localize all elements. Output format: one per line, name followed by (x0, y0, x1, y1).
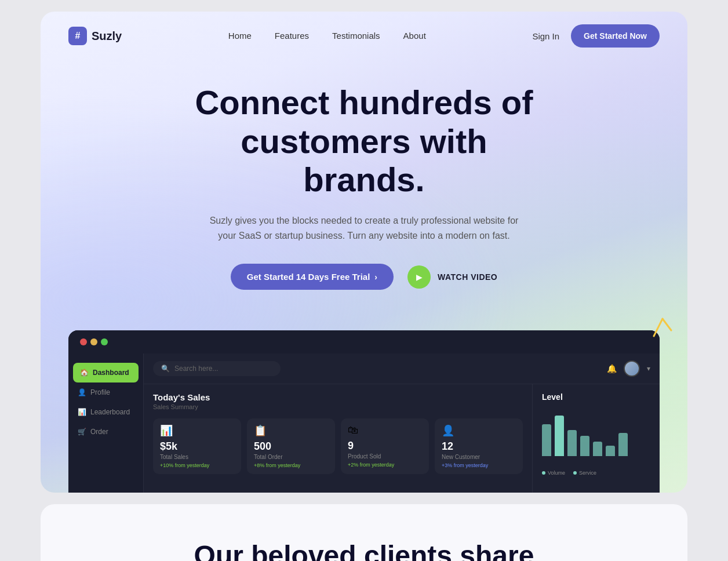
legend-dot-volume (542, 471, 545, 475)
stat-card-orders: 📋 500 Total Order +8% from yesterday (247, 418, 335, 474)
stat-icon-customers: 👤 (442, 424, 516, 437)
leaderboard-icon: 📊 (78, 408, 86, 416)
stat-value-customers: 12 (442, 440, 516, 453)
nav-actions: Sign In Get Started Now (532, 24, 660, 48)
nav-about[interactable]: About (403, 31, 426, 41)
dashboard-body: 🏠 Dashboard 👤 Profile 📊 Leaderboard 🛒 Or… (68, 354, 660, 493)
stat-change-customers: +3% from yesterday (442, 462, 516, 468)
arrow-icon: › (374, 272, 377, 282)
dash-main: 🔍 Search here... 🔔 ▾ Today's Sales (144, 354, 660, 493)
sidebar-item-profile[interactable]: 👤 Profile (68, 382, 143, 402)
legend-volume: Volume (542, 470, 565, 476)
sidebar-item-order[interactable]: 🛒 Order (68, 422, 143, 442)
stat-label-customers: New Customer (442, 454, 516, 460)
bottom-section: Our beloved clients share their awesome … (41, 504, 687, 561)
legend-service: Service (573, 470, 596, 476)
stat-label-orders: Total Order (254, 454, 328, 460)
hero-subtitle: Suzly gives you the blocks needed to cre… (202, 213, 526, 243)
section-subtitle: Sales Summary (153, 403, 523, 410)
dash-search[interactable]: 🔍 Search here... (153, 361, 281, 376)
stat-icon-products: 🛍 (348, 424, 422, 436)
dash-topbar-right: 🔔 ▾ (607, 360, 650, 377)
window-dots (80, 338, 108, 345)
stat-value-orders: 500 (254, 440, 328, 453)
stats-row: 📊 $5k Total Sales +10% from yesterday 📋 … (153, 418, 523, 474)
dot-green (101, 338, 108, 345)
stat-label-sales: Total Sales (160, 454, 234, 460)
stat-card-sales: 📊 $5k Total Sales +10% from yesterday (153, 418, 241, 474)
bar-2 (555, 416, 564, 456)
stat-value-products: 9 (348, 440, 422, 452)
logo-link[interactable]: # Suzly (68, 27, 122, 45)
hero-title: Connect hundreds of customers with brand… (190, 83, 538, 199)
dash-left-panel: Today's Sales Sales Summary 📊 $5k Total … (144, 384, 532, 493)
bar-5 (593, 442, 602, 456)
order-icon: 🛒 (78, 428, 86, 436)
stat-card-products: 🛍 9 Product Sold +2% from yesterday (341, 418, 429, 474)
dashboard-icon: 🏠 (80, 369, 88, 377)
dashboard-preview: 🏠 Dashboard 👤 Profile 📊 Leaderboard 🛒 Or… (68, 330, 660, 493)
notification-icon[interactable]: 🔔 (607, 364, 617, 373)
bottom-title: Our beloved clients share their awesome … (68, 539, 660, 561)
chevron-down-icon[interactable]: ▾ (647, 365, 650, 373)
nav-home[interactable]: Home (228, 31, 252, 41)
stat-icon-orders: 📋 (254, 424, 328, 437)
section-title: Today's Sales (153, 392, 523, 402)
bar-4 (580, 436, 589, 456)
svg-line-1 (663, 319, 671, 330)
bar-chart (542, 410, 650, 468)
stat-icon-sales: 📊 (160, 424, 234, 437)
sidebar-item-leaderboard[interactable]: 📊 Leaderboard (68, 402, 143, 422)
dash-chart-panel: Level (532, 384, 660, 493)
stat-label-products: Product Sold (348, 453, 422, 460)
bar-6 (606, 446, 615, 456)
stat-change-products: +2% from yesterday (348, 462, 422, 468)
dash-topbar: 🔍 Search here... 🔔 ▾ (144, 354, 660, 384)
bar-1 (542, 424, 551, 456)
avatar (624, 360, 640, 377)
watch-video-button[interactable]: ▶ WATCH VIDEO (407, 265, 497, 289)
navbar: # Suzly Home Features Testimonials About… (41, 12, 687, 60)
dash-content: Today's Sales Sales Summary 📊 $5k Total … (144, 384, 660, 493)
search-placeholder: Search here... (174, 365, 218, 373)
sign-in-button[interactable]: Sign In (532, 31, 559, 41)
logo-icon: # (68, 27, 87, 45)
bar-7 (618, 433, 628, 456)
nav-features[interactable]: Features (275, 31, 309, 41)
logo-text: Suzly (92, 30, 122, 43)
nav-testimonials[interactable]: Testimonials (332, 31, 380, 41)
stat-value-sales: $5k (160, 440, 234, 453)
hero-section: Connect hundreds of customers with brand… (41, 60, 687, 330)
spark-decoration (642, 313, 677, 350)
stat-change-orders: +8% from yesterday (254, 462, 328, 468)
window-bar (68, 330, 660, 354)
watch-video-label: WATCH VIDEO (438, 272, 497, 282)
dot-red (80, 338, 87, 345)
profile-icon: 👤 (78, 388, 86, 396)
cta-primary-button[interactable]: Get Started 14 Days Free Trial › (231, 264, 394, 290)
search-icon: 🔍 (161, 365, 170, 373)
chart-title: Level (542, 392, 650, 402)
dash-sidebar: 🏠 Dashboard 👤 Profile 📊 Leaderboard 🛒 Or… (68, 354, 144, 493)
stat-change-sales: +10% from yesterday (160, 462, 234, 468)
play-icon: ▶ (407, 265, 431, 289)
hero-cta-group: Get Started 14 Days Free Trial › ▶ WATCH… (68, 264, 660, 290)
bar-3 (567, 430, 577, 456)
stat-card-customers: 👤 12 New Customer +3% from yesterday (435, 418, 523, 474)
main-hero-card: # Suzly Home Features Testimonials About… (41, 12, 687, 493)
legend-dot-service (573, 471, 577, 475)
chart-legend: Volume Service (542, 470, 650, 476)
svg-line-0 (654, 319, 663, 336)
get-started-nav-button[interactable]: Get Started Now (571, 24, 660, 48)
nav-links: Home Features Testimonials About (228, 31, 426, 41)
dot-yellow (90, 338, 97, 345)
sidebar-item-dashboard[interactable]: 🏠 Dashboard (73, 363, 139, 382)
dashboard-window: 🏠 Dashboard 👤 Profile 📊 Leaderboard 🛒 Or… (68, 330, 660, 493)
